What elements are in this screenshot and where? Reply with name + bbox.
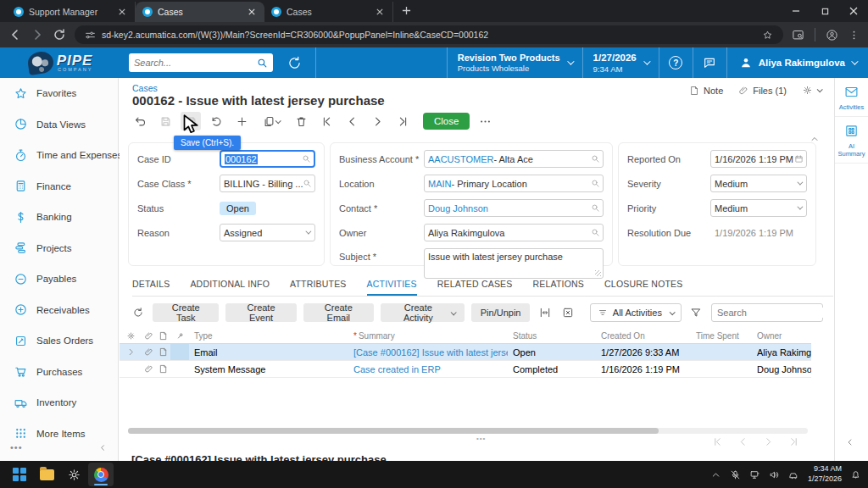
global-search-input[interactable]	[134, 58, 257, 68]
browser-tab-support-manager[interactable]: Support Manager	[7, 2, 136, 22]
mic-muted-icon[interactable]	[730, 469, 741, 480]
attachment-icon[interactable]	[142, 361, 156, 377]
scrollbar-thumb[interactable]	[128, 428, 659, 434]
taskbar-clock[interactable]: 9:34 AM 1/27/2026	[808, 464, 842, 484]
location-link[interactable]: MAIN	[428, 179, 452, 189]
company-branch-selector[interactable]: Revision Two Products Products Wholesale	[447, 47, 583, 78]
browser-forward-icon[interactable]	[31, 28, 44, 42]
tab-details[interactable]: DETAILS	[132, 279, 170, 296]
note-icon[interactable]	[156, 361, 170, 377]
create-event-button[interactable]: Create Event	[225, 303, 297, 322]
next-record-button[interactable]	[367, 112, 387, 130]
user-menu[interactable]: Aliya Rakimgulova	[727, 47, 868, 78]
window-close-button[interactable]	[839, 0, 868, 22]
owner-field[interactable]: Aliya Rakimgulova	[424, 224, 604, 241]
case-id-field[interactable]: 000162	[220, 150, 315, 168]
tab-attributes[interactable]: ATTRIBUTES	[290, 279, 347, 296]
column-header-summary[interactable]: *Summary	[348, 331, 508, 341]
global-search[interactable]	[129, 53, 273, 72]
previous-record-button[interactable]	[342, 112, 362, 130]
network-icon[interactable]	[749, 469, 760, 480]
last-record-button[interactable]	[392, 112, 413, 130]
note-button[interactable]: Note	[689, 86, 723, 96]
pin-unpin-button[interactable]: Pin/Unpin	[471, 303, 531, 322]
sidebar-item-data-views[interactable]: Data Views	[0, 109, 118, 141]
system-status-icon[interactable]	[788, 469, 799, 480]
note-column-icon[interactable]	[156, 329, 170, 343]
start-button[interactable]	[7, 463, 32, 486]
activity-row-system-message[interactable]: System Message Case created in ERP Compl…	[120, 361, 811, 378]
reason-select[interactable]: Assigned	[220, 224, 315, 241]
lookup-icon[interactable]	[591, 203, 600, 213]
priority-select[interactable]: Medium	[710, 199, 807, 217]
company-logo[interactable]: PIPE COMPANY	[0, 47, 120, 78]
tab-activities[interactable]: ACTIVITIES	[367, 279, 417, 296]
severity-select[interactable]: Medium	[710, 175, 807, 192]
browser-back-icon[interactable]	[8, 28, 22, 42]
column-header-time-spent[interactable]: Time Spent	[691, 331, 752, 341]
cell-summary-link[interactable]: [Case #000162] Issue with latest jersey …	[348, 347, 508, 358]
tab-closure-notes[interactable]: CLOSURE NOTES	[604, 279, 682, 296]
business-date-icon[interactable]	[285, 53, 303, 72]
browser-tab-cases-active[interactable]: Cases	[136, 2, 264, 22]
lookup-icon[interactable]	[591, 179, 600, 188]
sidebar-item-projects[interactable]: Projects	[0, 233, 118, 264]
side-panel-activities[interactable]: Activities	[835, 78, 868, 117]
horizontal-scrollbar[interactable]	[128, 428, 808, 434]
column-header-created-on[interactable]: Created On	[596, 331, 691, 341]
settings-menu-button[interactable]	[802, 85, 821, 96]
activity-filter-dropdown[interactable]: All Activities	[590, 303, 682, 322]
column-header-owner[interactable]: Owner	[752, 331, 811, 341]
pin-column-icon[interactable]	[170, 329, 189, 343]
next-page-icon[interactable]	[763, 436, 774, 447]
panel-collapse-icon[interactable]	[845, 435, 855, 451]
contact-link[interactable]: Doug Johnson	[428, 203, 488, 214]
back-button[interactable]	[130, 112, 150, 130]
note-icon[interactable]	[156, 344, 170, 360]
contact-field[interactable]: Doug Johnson	[424, 199, 604, 217]
tab-close-icon[interactable]	[374, 6, 386, 18]
attachment-column-icon[interactable]	[142, 329, 156, 343]
sidebar-item-inventory[interactable]: Inventory	[0, 387, 118, 419]
splitter-handle[interactable]: •••	[476, 435, 486, 442]
close-button[interactable]: Close	[423, 113, 470, 130]
cancel-undo-button[interactable]	[206, 112, 226, 130]
browser-panel-icon[interactable]	[792, 29, 804, 42]
grid-search-input[interactable]	[717, 308, 833, 318]
settings-button[interactable]	[61, 463, 86, 486]
refresh-icon[interactable]	[130, 303, 146, 322]
reported-on-field[interactable]: 1/16/2026 1:19 PM	[710, 150, 807, 168]
file-explorer-button[interactable]	[34, 463, 59, 486]
tray-expand-icon[interactable]	[710, 469, 721, 480]
tab-related-cases[interactable]: RELATED CASES	[437, 279, 513, 296]
url-bar[interactable]: sd-key2.acumatica.com/(W(3))/Main?Screen…	[75, 25, 783, 44]
browser-menu-icon[interactable]	[849, 30, 860, 41]
export-excel-icon[interactable]	[560, 303, 576, 322]
notifications-bell-icon[interactable]	[850, 469, 861, 480]
sidebar-item-receivables[interactable]: Receivables	[0, 295, 118, 326]
business-date-selector[interactable]: 1/27/2026 9:34 AM	[583, 47, 659, 78]
create-email-button[interactable]: Create Email	[303, 303, 374, 322]
attachment-icon[interactable]	[142, 344, 156, 360]
browser-tab-cases-2[interactable]: Cases	[264, 2, 393, 22]
delete-button[interactable]	[291, 112, 311, 130]
pin-cell[interactable]	[170, 344, 189, 360]
sidebar-item-purchases[interactable]: Purchases	[0, 357, 118, 388]
first-record-button[interactable]	[316, 112, 337, 130]
files-button[interactable]: Files (1)	[738, 86, 787, 96]
help-button[interactable]: ?	[659, 47, 693, 78]
more-actions-button[interactable]	[475, 112, 495, 130]
expand-row-icon[interactable]	[120, 344, 142, 360]
activity-row-email[interactable]: Email [Case #000162] Issue with latest j…	[120, 344, 811, 361]
lookup-icon[interactable]	[302, 154, 311, 164]
sidebar-item-favorites[interactable]: Favorites	[0, 78, 118, 109]
last-page-icon[interactable]	[788, 436, 799, 447]
lookup-icon[interactable]	[591, 154, 600, 164]
grid-search[interactable]	[711, 303, 823, 322]
create-activity-dropdown[interactable]: Create Activity	[381, 303, 465, 322]
window-minimize-button[interactable]	[782, 0, 810, 22]
search-icon[interactable]	[257, 58, 268, 69]
save-close-button[interactable]	[155, 112, 175, 130]
subject-textarea[interactable]: Issue with latest jersey purchase	[424, 248, 604, 279]
sidebar-item-time-and-expenses[interactable]: Time and Expenses	[0, 140, 118, 171]
